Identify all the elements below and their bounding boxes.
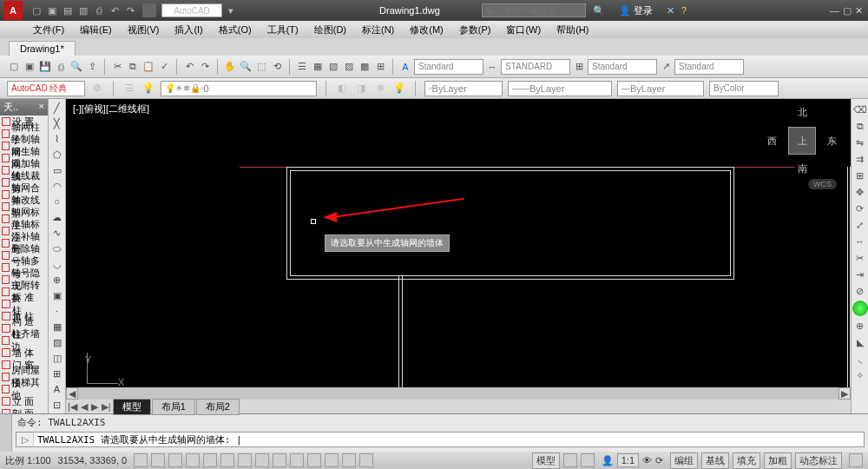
anno-scale-icon[interactable]: 👤 [602, 455, 614, 466]
layer-iso-icon[interactable]: ◧ [335, 82, 349, 96]
quickview-drawings-icon[interactable] [581, 453, 595, 467]
undo-icon[interactable]: ↶ [108, 3, 122, 17]
menu-item[interactable]: 格式(O) [212, 22, 259, 38]
comm-center-icon[interactable] [852, 301, 868, 316]
copy-icon[interactable]: ⧉ [126, 60, 140, 74]
rect-icon[interactable]: ▭ [50, 163, 64, 177]
calc-icon[interactable]: ⊞ [373, 60, 387, 74]
polygon-icon[interactable]: ⬠ [50, 148, 64, 162]
dyn-toggle-icon[interactable] [273, 453, 286, 467]
zoom-prev-icon[interactable]: ⟲ [270, 60, 284, 74]
plotstyle-dropdown[interactable]: ByColor [709, 81, 779, 96]
table-icon[interactable]: ⊞ [50, 367, 64, 380]
exchange-icon[interactable]: ✕ [667, 5, 674, 17]
mleaderstyle-dropdown[interactable]: Standard [674, 59, 744, 75]
redo-icon[interactable]: ↷ [198, 60, 212, 74]
wcs-badge[interactable]: WCS [808, 179, 837, 189]
xline-icon[interactable]: ╳ [50, 116, 64, 130]
undo-icon[interactable]: ↶ [182, 60, 196, 74]
spline-icon[interactable]: ∿ [50, 226, 64, 240]
scroll-left-icon[interactable]: ◀ [66, 387, 78, 400]
drawing-canvas[interactable]: [-][俯视][二维线框] 请选取要从中生成轴网的墙体 北 南 西 东 上 WC… [66, 99, 851, 413]
menu-item[interactable]: 绘图(D) [307, 22, 353, 38]
chevron-down-icon[interactable]: ▾ [224, 3, 238, 17]
status-toggle[interactable]: 基线 [701, 452, 729, 469]
linetype-dropdown[interactable]: —— ByLayer [508, 81, 612, 96]
insert-icon[interactable]: ⊕ [50, 273, 64, 287]
model-space-button[interactable]: 模型 [532, 452, 560, 469]
color-dropdown[interactable]: ▫ ByLayer [424, 81, 503, 96]
help-icon[interactable]: ? [681, 5, 687, 16]
zoom-window-icon[interactable]: ⬚ [254, 60, 268, 74]
lwt-toggle-icon[interactable] [290, 453, 304, 467]
dimstyle-dropdown[interactable]: STANDARD [501, 59, 570, 75]
sc-toggle-icon[interactable] [342, 453, 356, 467]
pline-icon[interactable]: ⌇ [50, 132, 64, 146]
block-icon[interactable]: ▣ [50, 288, 64, 302]
region-icon[interactable]: ◫ [50, 351, 64, 365]
tablestyle-dropdown[interactable]: Standard [588, 59, 657, 75]
ducs-toggle-icon[interactable] [255, 453, 269, 467]
maximize-icon[interactable]: ▢ [843, 5, 852, 17]
line-icon[interactable]: ╱ [50, 101, 64, 115]
layer-freeze-icon[interactable]: ❄ [373, 82, 387, 96]
arc-icon[interactable]: ◠ [50, 179, 64, 193]
layer-state-icon[interactable]: 💡 [141, 82, 155, 96]
save-icon[interactable]: ▤ [61, 3, 75, 17]
menu-item[interactable]: 参数(P) [452, 22, 498, 38]
quickview-layouts-icon[interactable] [563, 453, 577, 467]
menu-item[interactable]: 帮助(H) [549, 22, 595, 38]
publish-icon[interactable]: ⇪ [85, 60, 99, 74]
match-icon[interactable]: ✓ [157, 60, 171, 74]
tab-model[interactable]: 模型 [113, 399, 151, 415]
new-icon[interactable]: ▢ [7, 60, 21, 74]
status-toggle[interactable]: 动态标注 [795, 452, 842, 469]
layer-uniso-icon[interactable]: ◨ [354, 82, 368, 96]
menu-item[interactable]: 文件(F) [26, 22, 71, 38]
layer-dropdown[interactable]: 💡☀❄🔒▫ 0 [161, 81, 317, 96]
anno-scale-dropdown[interactable]: 1:1 [617, 453, 639, 467]
ortho-toggle-icon[interactable] [168, 453, 182, 467]
addselect-icon[interactable]: ⊡ [50, 398, 64, 412]
plot-icon[interactable]: ⎙ [92, 3, 106, 17]
viewcube-south[interactable]: 南 [798, 162, 807, 175]
paste-icon[interactable]: 📋 [141, 60, 155, 74]
scroll-right-icon[interactable]: ▶ [838, 387, 851, 400]
designcenter-icon[interactable]: ▦ [311, 60, 325, 74]
extend-icon[interactable]: ⇥ [853, 268, 867, 281]
ellipse-icon[interactable]: ⬭ [50, 241, 64, 255]
viewcube-east[interactable]: 东 [827, 135, 837, 148]
menu-item[interactable]: 工具(T) [260, 22, 306, 38]
status-toggle[interactable]: 加粗 [764, 452, 792, 469]
file-tab[interactable]: Drawing1* [9, 41, 76, 56]
viewcube-west[interactable]: 西 [767, 135, 777, 148]
save-icon[interactable]: 💾 [38, 60, 52, 74]
preview-icon[interactable]: 🔍 [69, 60, 83, 74]
trim-icon[interactable]: ✂ [853, 251, 867, 265]
search-input[interactable] [482, 3, 586, 17]
circle-icon[interactable]: ○ [50, 195, 64, 208]
viewport-label[interactable]: [-][俯视][二维线框] [73, 102, 149, 116]
scale-icon[interactable]: ⤢ [853, 218, 867, 232]
new-icon[interactable]: ▢ [30, 3, 43, 17]
tab-layout1[interactable]: 布局1 [152, 399, 195, 415]
command-chevron-icon[interactable]: ▷ [16, 433, 34, 446]
revcloud-icon[interactable]: ☁ [50, 210, 64, 224]
minimize-icon[interactable]: — [830, 5, 839, 17]
textstyle-icon[interactable]: A [398, 60, 412, 74]
menu-item[interactable]: 标注(N) [355, 22, 401, 38]
stretch-icon[interactable]: ↔ [853, 234, 867, 248]
scale-display[interactable]: 比例 1:100 [5, 454, 51, 467]
am-toggle-icon[interactable] [359, 453, 373, 467]
dimstyle-icon[interactable]: ↔ [485, 60, 499, 74]
open-icon[interactable]: ▣ [23, 60, 36, 74]
viewcube-north[interactable]: 北 [798, 106, 807, 119]
tab-layout2[interactable]: 布局2 [196, 399, 240, 415]
tablestyle-icon[interactable]: ⊞ [572, 60, 586, 74]
tab-nav-next-icon[interactable]: ▶ [89, 401, 100, 413]
tab-nav-last-icon[interactable]: ▶| [100, 401, 113, 413]
mtext-icon[interactable]: A [50, 382, 64, 396]
command-input[interactable] [34, 434, 864, 446]
otrack-toggle-icon[interactable] [238, 453, 252, 467]
zoom-icon[interactable]: 🔍 [239, 60, 253, 74]
